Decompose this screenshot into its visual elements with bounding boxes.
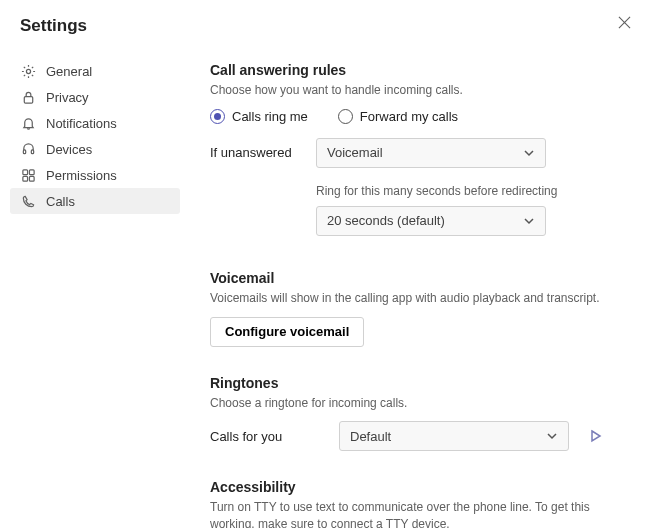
section-heading: Voicemail xyxy=(210,270,630,286)
ring-duration-select[interactable]: 20 seconds (default) xyxy=(316,206,546,236)
radio-dot-icon xyxy=(210,109,225,124)
sidebar: General Privacy Notifications Devices Pe… xyxy=(10,50,180,528)
select-value: Default xyxy=(350,429,391,444)
phone-icon xyxy=(20,193,36,209)
sidebar-item-notifications[interactable]: Notifications xyxy=(10,110,180,136)
svg-rect-5 xyxy=(29,169,34,174)
configure-voicemail-button[interactable]: Configure voicemail xyxy=(210,317,364,347)
bell-icon xyxy=(20,115,36,131)
gear-icon xyxy=(20,63,36,79)
section-heading: Accessibility xyxy=(210,479,630,495)
sidebar-item-label: Notifications xyxy=(46,116,117,131)
sidebar-item-general[interactable]: General xyxy=(10,58,180,84)
close-icon xyxy=(618,16,631,29)
svg-point-0 xyxy=(26,69,30,73)
sidebar-item-privacy[interactable]: Privacy xyxy=(10,84,180,110)
section-desc: Choose a ringtone for incoming calls. xyxy=(210,395,630,412)
chevron-down-icon xyxy=(523,147,535,159)
play-icon xyxy=(588,429,602,443)
ringtone-select[interactable]: Default xyxy=(339,421,569,451)
settings-heading: Settings xyxy=(20,16,87,36)
chevron-down-icon xyxy=(523,215,535,227)
lock-icon xyxy=(20,89,36,105)
sidebar-item-label: Calls xyxy=(46,194,75,209)
button-label: Configure voicemail xyxy=(225,324,349,339)
unanswered-select[interactable]: Voicemail xyxy=(316,138,546,168)
sidebar-item-label: General xyxy=(46,64,92,79)
headset-icon xyxy=(20,141,36,157)
sidebar-item-devices[interactable]: Devices xyxy=(10,136,180,162)
svg-rect-6 xyxy=(22,176,27,181)
section-desc: Choose how you want to handle incoming c… xyxy=(210,82,630,99)
radio-label: Forward my calls xyxy=(360,109,458,124)
ring-duration-label: Ring for this many seconds before redire… xyxy=(316,184,630,198)
radio-label: Calls ring me xyxy=(232,109,308,124)
sidebar-item-label: Privacy xyxy=(46,90,89,105)
svg-rect-1 xyxy=(24,96,32,103)
voicemail-section: Voicemail Voicemails will show in the ca… xyxy=(210,270,630,347)
section-desc: Voicemails will show in the calling app … xyxy=(210,290,630,307)
radio-calls-ring-me[interactable]: Calls ring me xyxy=(210,109,308,124)
svg-rect-3 xyxy=(31,149,33,153)
accessibility-section: Accessibility Turn on TTY to use text to… xyxy=(210,479,630,528)
sidebar-item-label: Devices xyxy=(46,142,92,157)
svg-rect-2 xyxy=(23,149,25,153)
sidebar-item-calls[interactable]: Calls xyxy=(10,188,180,214)
svg-rect-7 xyxy=(29,176,34,181)
ringtones-section: Ringtones Choose a ringtone for incoming… xyxy=(210,375,630,452)
play-ringtone-button[interactable] xyxy=(583,424,607,448)
svg-rect-4 xyxy=(22,169,27,174)
unanswered-label: If unanswered xyxy=(210,145,302,160)
calls-for-you-label: Calls for you xyxy=(210,429,325,444)
section-desc: Turn on TTY to use text to communicate o… xyxy=(210,499,630,528)
grid-icon xyxy=(20,167,36,183)
radio-dot-icon xyxy=(338,109,353,124)
radio-forward-my-calls[interactable]: Forward my calls xyxy=(338,109,458,124)
content-panel: Call answering rules Choose how you want… xyxy=(180,50,640,528)
section-heading: Call answering rules xyxy=(210,62,630,78)
select-value: 20 seconds (default) xyxy=(327,213,445,228)
call-answering-section: Call answering rules Choose how you want… xyxy=(210,62,630,236)
sidebar-item-label: Permissions xyxy=(46,168,117,183)
chevron-down-icon xyxy=(546,430,558,442)
close-button[interactable] xyxy=(614,12,634,32)
sidebar-item-permissions[interactable]: Permissions xyxy=(10,162,180,188)
select-value: Voicemail xyxy=(327,145,383,160)
section-heading: Ringtones xyxy=(210,375,630,391)
page-title: Settings xyxy=(20,16,87,36)
